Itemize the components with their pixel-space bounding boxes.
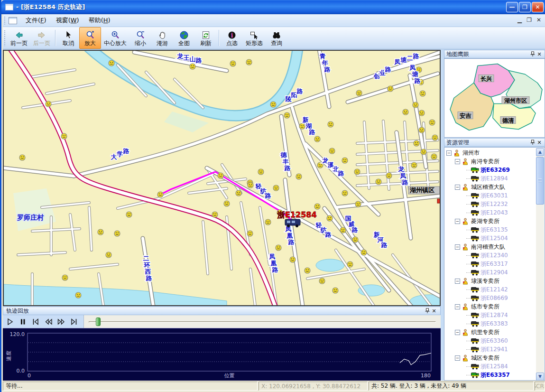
restore-button[interactable]: ❐ xyxy=(519,2,531,12)
vehicle-smiley-marker[interactable] xyxy=(230,61,236,66)
close-button[interactable]: ✕ xyxy=(532,2,544,12)
vehicle-smiley-marker[interactable] xyxy=(414,140,419,146)
vehicle-smiley-marker[interactable] xyxy=(429,120,435,125)
slider-thumb[interactable] xyxy=(96,317,101,326)
vehicle-smiley-marker[interactable] xyxy=(224,201,230,206)
tree-item-group[interactable]: −南浔稽查大队 xyxy=(444,243,536,251)
vehicle-smiley-marker[interactable] xyxy=(333,288,338,293)
vehicle-smiley-marker[interactable] xyxy=(403,109,408,115)
tree-expander[interactable]: − xyxy=(455,279,460,284)
pin-icon[interactable] xyxy=(424,308,431,314)
vehicle-smiley-marker[interactable] xyxy=(19,155,25,160)
vehicle-smiley-marker[interactable] xyxy=(273,185,279,191)
vehicle-smiley-marker[interactable] xyxy=(265,219,271,225)
vehicle-smiley-marker[interactable] xyxy=(157,192,163,197)
tree-item-vehicle[interactable]: 浙E08669 xyxy=(444,294,536,302)
mdi-close-button[interactable]: ✕ xyxy=(536,17,541,23)
scroll-up-button[interactable]: ▲ xyxy=(536,148,544,156)
mdi-document-icon[interactable] xyxy=(9,17,17,24)
menu-item-3[interactable]: 帮助(H) xyxy=(84,15,115,26)
tree-item-vehicle[interactable]: 浙E63135 xyxy=(444,225,536,234)
vehicle-smiley-marker[interactable] xyxy=(98,229,103,235)
tree-item-group[interactable]: −城区稽查大队 xyxy=(444,183,536,191)
tree-item-vehicle[interactable]: 浙E63383 xyxy=(444,319,536,328)
close-icon[interactable]: ✕ xyxy=(536,51,543,57)
toolbar-button-hand[interactable]: 漫游 xyxy=(151,27,173,49)
toolbar-button-zoom-out[interactable]: 缩小 xyxy=(129,27,151,49)
vehicle-smiley-marker[interactable] xyxy=(361,250,367,255)
vehicle-smiley-marker[interactable] xyxy=(270,102,276,107)
tree-item-vehicle[interactable]: 浙E12142 xyxy=(444,285,536,294)
toolbar-button-zoom-center[interactable]: 中心放大 xyxy=(101,27,129,49)
close-icon[interactable]: ✕ xyxy=(536,140,543,146)
tree-scrollbar[interactable]: ▲ ▼ xyxy=(536,148,544,381)
vehicle-smiley-marker[interactable] xyxy=(109,60,114,66)
tree-item-vehicle[interactable]: 浙E12340 xyxy=(444,251,536,260)
toolbar-grip[interactable] xyxy=(4,30,6,46)
tree-item-group[interactable]: −南浔专卖所 xyxy=(444,157,536,166)
tree-item-group[interactable]: −埭溪专卖所 xyxy=(444,277,536,285)
tree-item-city[interactable]: −湖州市 xyxy=(444,149,536,157)
vehicle-smiley-marker[interactable] xyxy=(314,136,320,142)
close-icon[interactable]: ✕ xyxy=(431,308,437,314)
playback-rewind-button[interactable] xyxy=(42,316,54,327)
tree-item-vehicle[interactable]: 浙E12043 xyxy=(444,208,536,217)
vehicle-smiley-marker[interactable] xyxy=(314,204,320,209)
vehicle-smiley-marker[interactable] xyxy=(75,292,81,298)
vehicle-smiley-marker[interactable] xyxy=(431,154,437,159)
vehicle-smiley-marker[interactable] xyxy=(354,169,360,175)
tree-item-vehicle[interactable]: 浙E63269 xyxy=(444,166,536,174)
toolbar-button-refresh[interactable]: 刷新 xyxy=(195,27,217,49)
vehicle-smiley-marker[interactable] xyxy=(347,261,353,267)
vehicle-smiley-marker[interactable] xyxy=(248,182,253,188)
tree-expander[interactable]: − xyxy=(455,185,460,190)
minimize-button[interactable]: — xyxy=(506,2,518,12)
tree-item-group[interactable]: −菱湖专卖所 xyxy=(444,217,536,225)
vehicle-smiley-marker[interactable] xyxy=(386,173,392,178)
tree-item-vehicle[interactable]: 浙E63317 xyxy=(444,260,536,268)
vehicle-smiley-marker[interactable] xyxy=(218,173,223,178)
vehicle-smiley-marker[interactable] xyxy=(290,257,296,262)
vehicle-smiley-marker[interactable] xyxy=(114,231,120,236)
vehicle-smiley-marker[interactable] xyxy=(352,237,358,243)
tree-item-vehicle[interactable]: 浙E12904 xyxy=(444,268,536,277)
vehicle-smiley-marker[interactable] xyxy=(296,174,302,179)
tree-item-vehicle[interactable]: 浙E63360 xyxy=(444,336,536,345)
vehicle-smiley-marker[interactable] xyxy=(258,169,264,175)
mdi-minimize-button[interactable]: ▁ xyxy=(517,17,522,23)
playback-fast-forward-button[interactable] xyxy=(55,316,67,327)
vehicle-smiley-marker[interactable] xyxy=(236,190,241,196)
tree-item-vehicle[interactable]: 浙E12584 xyxy=(444,362,536,371)
tree-expander[interactable]: − xyxy=(455,304,460,309)
vehicle-smiley-marker[interactable] xyxy=(376,179,381,185)
tree-expander[interactable]: − xyxy=(455,219,460,224)
vehicle-smiley-marker[interactable] xyxy=(327,215,333,221)
tree-item-vehicle[interactable]: 浙E12941 xyxy=(444,345,536,354)
vehicle-smiley-marker[interactable] xyxy=(106,252,111,258)
vehicle-smiley-marker[interactable] xyxy=(329,148,335,154)
menu-item-1[interactable]: 文件(F) xyxy=(21,15,51,26)
vehicle-smiley-marker[interactable] xyxy=(328,121,333,127)
toolbar-button-info[interactable]: i点选 xyxy=(221,27,243,49)
toolbar-button-binoculars[interactable]: 查询 xyxy=(266,27,287,49)
vehicle-smiley-marker[interactable] xyxy=(356,90,362,96)
vehicle-smiley-marker[interactable] xyxy=(246,59,252,65)
toolbar-button-rect-select[interactable]: 矩形选 xyxy=(243,27,266,49)
vehicle-smiley-marker[interactable] xyxy=(46,101,51,107)
menubar-grip[interactable] xyxy=(4,16,6,25)
playback-play-button[interactable] xyxy=(4,316,16,327)
overview-map[interactable]: 长兴湖州市区安吉德清 xyxy=(444,58,545,138)
vehicle-smiley-marker[interactable] xyxy=(62,275,68,280)
tree-expander[interactable]: − xyxy=(455,244,460,250)
vehicle-smiley-marker[interactable] xyxy=(419,110,425,116)
mdi-restore-button[interactable]: ❐ xyxy=(527,17,532,23)
toolbar-button-globe[interactable]: 全图 xyxy=(173,27,195,49)
playback-slider[interactable] xyxy=(83,315,441,328)
tree-item-vehicle[interactable]: 浙E63357 xyxy=(444,371,536,379)
vehicle-smiley-marker[interactable] xyxy=(432,135,438,140)
pin-icon[interactable] xyxy=(529,140,536,146)
tree-item-vehicle[interactable]: 浙E12874 xyxy=(444,311,536,319)
tree-expander[interactable]: − xyxy=(455,159,460,164)
tree-expander[interactable]: − xyxy=(446,150,452,156)
tree-item-vehicle[interactable]: 浙E12504 xyxy=(444,234,536,243)
